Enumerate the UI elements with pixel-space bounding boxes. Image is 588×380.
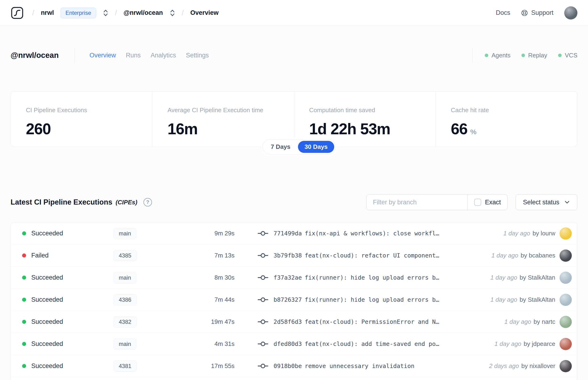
commit-icon (258, 319, 268, 325)
stat-value: 1d 22h 53m (309, 120, 390, 138)
duration: 9m 29s (214, 230, 234, 237)
support-link[interactable]: Support (521, 9, 553, 17)
commit-message: feat(nx-cloud): add time-saved end po… (304, 341, 439, 347)
stat-suffix: % (470, 128, 476, 136)
cipe-row[interactable]: Succeeded main 9m 29s 771499dafix(nx-api… (11, 223, 577, 245)
status-dot-icon (22, 364, 26, 368)
workspace-tab[interactable]: Overview (90, 52, 116, 59)
stat-value: 260 (26, 120, 51, 138)
status-dot-icon (22, 298, 26, 302)
feature-status[interactable]: Replay (521, 52, 547, 59)
feature-status[interactable]: Agents (485, 52, 511, 59)
status-label: Failed (31, 252, 49, 259)
nx-cloud-logo-icon[interactable] (11, 6, 24, 19)
stat-card: Average CI Pipeline Execution time 16m (152, 92, 294, 147)
feature-status-dot-icon (485, 54, 488, 57)
feature-status-dot-icon (521, 54, 525, 57)
stat-label: CI Pipeline Executions (26, 107, 148, 114)
breadcrumb-page[interactable]: Overview (190, 9, 219, 17)
branch-filter-input[interactable] (367, 194, 467, 210)
cipe-row[interactable]: Succeeded 4381 17m 55s 0918b0beremove un… (11, 355, 577, 377)
feature-status-label: Replay (528, 52, 547, 59)
commit-message: feat(nx-cloud): PermissionError and N… (304, 318, 439, 325)
author-avatar (560, 228, 572, 240)
lifebuoy-icon (521, 9, 528, 17)
docs-link[interactable]: Docs (496, 9, 510, 17)
cipe-section-bar: Latest CI Pipeline Executions (CIPEs) ? … (11, 193, 577, 211)
enterprise-badge: Enterprise (60, 7, 96, 18)
user-avatar[interactable] (564, 6, 577, 19)
author: by jdpearce (524, 340, 555, 347)
relative-time: 1 day ago (490, 274, 517, 281)
commit-hash: b8726327 (274, 296, 302, 303)
breadcrumb-separator: / (115, 9, 117, 17)
exact-checkbox[interactable] (474, 199, 481, 206)
cipe-row[interactable]: Succeeded 4386 7m 44s b8726327fix(runner… (11, 289, 577, 311)
relative-time: 1 day ago (491, 252, 518, 259)
commit-message: remove unnecessary invalidation (304, 362, 415, 369)
duration: 7m 44s (214, 296, 234, 303)
workspace-tab[interactable]: Analytics (151, 52, 176, 59)
status-dot-icon (22, 320, 26, 324)
cipe-table: Succeeded main 9m 29s 771499dafix(nx-api… (11, 222, 577, 380)
commit-hash: 0918b0be (274, 362, 302, 369)
author-avatar (560, 272, 572, 284)
cipe-row[interactable]: Succeeded main 8m 30s f37a32aefix(runner… (11, 267, 577, 289)
breadcrumb-separator: / (32, 9, 34, 17)
author: by bcabanes (521, 252, 555, 259)
stat-card: CI Pipeline Executions 260 (11, 92, 152, 147)
commit-message: fix(nx-api & workflows): close workfl… (304, 230, 439, 237)
author: by nartc (534, 318, 555, 325)
stat-card: Computation time saved 1d 22h 53m (294, 92, 436, 147)
stat-card: Cache hit rate 66 % (436, 92, 577, 147)
status-label: Succeeded (31, 274, 63, 281)
author-avatar (560, 294, 572, 306)
exact-label: Exact (485, 199, 501, 206)
author-avatar (560, 249, 572, 262)
stat-label: Cache hit rate (451, 107, 572, 114)
breadcrumb-separator: / (182, 9, 184, 17)
branch-badge: main (113, 228, 136, 239)
relative-time: 1 day ago (494, 340, 521, 347)
status-select-button[interactable]: Select status (515, 194, 577, 210)
commit-hash: 3b79fb38 (274, 252, 302, 259)
status-dot-icon (22, 276, 26, 280)
status-label: Succeeded (31, 230, 63, 237)
duration: 8m 30s (214, 274, 234, 281)
divider (74, 48, 75, 63)
breadcrumb-workspace[interactable]: @nrwl/ocean (123, 9, 163, 17)
branch-filter-group: Exact (366, 194, 508, 210)
status-dot-icon (22, 342, 26, 346)
divider (472, 48, 473, 63)
author: by StalkAltan (520, 274, 555, 281)
commit-hash: dfed80d3 (274, 341, 302, 347)
status-dot-icon (22, 231, 26, 235)
date-range-option[interactable]: 7 Days (264, 141, 297, 153)
duration: 7m 13s (214, 252, 234, 259)
chevron-down-icon (564, 199, 570, 205)
breadcrumb-org[interactable]: nrwl (41, 9, 54, 17)
date-range-option[interactable]: 30 Days (298, 141, 334, 153)
help-icon[interactable]: ? (143, 198, 152, 207)
status-label: Succeeded (31, 362, 63, 370)
status-dot-icon (22, 253, 26, 258)
workspace-header: @nrwl/ocean Overview Runs Analytics Sett… (11, 46, 577, 64)
cipe-row[interactable]: Succeeded 4382 19m 47s 2d58f6d3feat(nx-c… (11, 311, 577, 333)
org-switcher-chevron-icon[interactable] (103, 9, 108, 17)
stat-label: Computation time saved (309, 107, 431, 114)
author-avatar (560, 316, 572, 328)
author: by nixallover (521, 362, 555, 370)
status-select-label: Select status (523, 199, 559, 206)
commit-icon (258, 275, 268, 281)
commit-icon (258, 297, 268, 303)
workspace-switcher-chevron-icon[interactable] (170, 9, 175, 17)
cipe-row[interactable]: Failed 4385 7m 13s 3b79fb38feat(nx-cloud… (11, 245, 577, 267)
feature-status[interactable]: VCS (558, 52, 577, 59)
cipe-row[interactable]: Succeeded main 4m 31s dfed80d3feat(nx-cl… (11, 333, 577, 355)
commit-message: fix(runner): hide log upload errors b… (304, 274, 439, 281)
workspace-title: @nrwl/ocean (11, 51, 59, 60)
workspace-tab[interactable]: Settings (186, 52, 209, 59)
workspace-tab[interactable]: Runs (126, 52, 141, 59)
commit-message: fix(runner): hide log upload errors b… (304, 296, 439, 303)
author-avatar (560, 338, 572, 350)
